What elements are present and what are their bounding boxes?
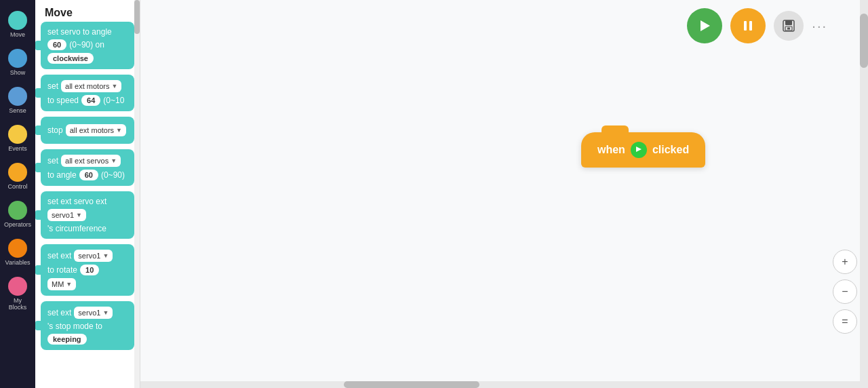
block-dropdown-servo1-rotate[interactable]: servo1 ▼ <box>74 250 113 262</box>
block-text-6a: set ext <box>47 251 71 260</box>
sidebar-item-move[interactable]: Move <box>1 7 34 42</box>
move-icon <box>8 11 27 30</box>
block-text-5a: set ext servo ext <box>47 197 106 206</box>
block-dropdown-servo1-circ[interactable]: servo1 ▼ <box>47 209 86 221</box>
block-text-2b: to speed <box>47 96 79 105</box>
events-icon <box>8 125 27 144</box>
block-text-1a: set servo to angle <box>47 27 112 37</box>
blocks-list: set servo to angle 60 (0~90) on clockwis… <box>35 22 140 388</box>
svg-rect-6 <box>787 28 790 30</box>
dropdown-label-servo1-rotate: servo1 <box>78 252 100 260</box>
dropdown-arrow-motors: ▼ <box>111 83 117 90</box>
sidebar-item-events[interactable]: Events <box>1 121 34 156</box>
blocks-panel-header: Move <box>35 0 140 22</box>
block-text-3a: stop <box>47 125 63 135</box>
block-text-2c: (0~10 <box>103 96 124 105</box>
svg-rect-4 <box>785 20 792 25</box>
sense-icon <box>8 87 27 106</box>
sidebar-item-sense-label: Sense <box>9 107 26 114</box>
block-set-ext-motors-speed[interactable]: set all ext motors ▼ to speed 64 (0~10 <box>41 75 134 111</box>
dropdown-label-servo1-circ: servo1 <box>52 211 74 219</box>
sidebar-item-show[interactable]: Show <box>1 45 34 80</box>
canvas-right-scrollbar[interactable] <box>860 0 868 388</box>
block-dropdown-mm[interactable]: MM ▼ <box>47 278 76 290</box>
block-text-7a: set ext <box>47 308 71 317</box>
block-text-7b: 's stop mode to <box>47 322 102 331</box>
top-toolbar: ··· <box>687 8 827 43</box>
canvas-scrollbar-thumb <box>860 14 868 68</box>
sidebar-item-operators[interactable]: Operators <box>1 197 34 232</box>
dropdown-arrow-servos: ▼ <box>111 157 117 164</box>
block-value-60-4: 60 <box>79 170 98 180</box>
canvas-bottom-scrollbar[interactable] <box>140 381 860 388</box>
block-text-4b: to angle <box>47 170 77 180</box>
blocks-panel: Move set servo to angle 60 (0~90) on clo… <box>35 0 140 388</box>
dropdown-label-motors: all ext motors <box>65 82 109 90</box>
sidebar-item-operators-label: Operators <box>4 221 31 228</box>
zoom-reset-button[interactable]: = <box>833 309 857 334</box>
block-set-ext-servo-stop-mode[interactable]: set ext servo1 ▼ 's stop mode to keeping <box>41 301 134 350</box>
run-button[interactable] <box>687 8 722 43</box>
clicked-text: clicked <box>652 144 689 156</box>
block-value-10: 10 <box>80 265 99 275</box>
myblocks-icon <box>8 277 27 296</box>
zoom-out-button[interactable]: − <box>833 279 857 304</box>
block-dropdown-all-ext-servos[interactable]: all ext servos ▼ <box>61 155 121 167</box>
sidebar-item-myblocks[interactable]: My Blocks <box>1 273 34 315</box>
svg-rect-1 <box>744 21 747 31</box>
block-text-4c: (0~90) <box>101 170 125 180</box>
dropdown-arrow-servo1-rotate: ▼ <box>102 252 108 259</box>
sidebar-item-sense[interactable]: Sense <box>1 83 34 118</box>
zoom-in-button[interactable]: + <box>833 250 857 274</box>
sidebar-item-control-label: Control <box>7 183 27 190</box>
show-icon <box>8 49 27 68</box>
save-button[interactable] <box>774 11 804 41</box>
block-value-keeping: keeping <box>47 334 87 345</box>
block-value-60-1: 60 <box>47 39 66 50</box>
sidebar-item-control[interactable]: Control <box>1 159 34 194</box>
dropdown-label-stop-motors: all ext motors <box>70 126 114 134</box>
sidebar-item-variables-label: Variables <box>5 259 31 266</box>
flag-icon <box>631 142 647 158</box>
block-stop-ext-motors[interactable]: stop all ext motors ▼ <box>41 117 134 144</box>
block-set-servo-angle[interactable]: set servo to angle 60 (0~90) on clockwis… <box>41 22 134 69</box>
block-text-5b: 's circumference <box>47 224 106 233</box>
block-set-ext-servo-circumference[interactable]: set ext servo ext servo1 ▼ 's circumfere… <box>41 191 134 239</box>
sidebar-item-variables[interactable]: Variables <box>1 235 34 270</box>
dropdown-arrow-servo1-circ: ▼ <box>76 212 82 218</box>
when-text: when <box>597 144 625 156</box>
when-clicked-block[interactable]: when clicked <box>581 132 705 168</box>
svg-rect-2 <box>749 21 752 31</box>
dropdown-label-servos: all ext servos <box>65 157 108 165</box>
block-value-64: 64 <box>81 95 100 106</box>
canvas-bottom-scrollbar-thumb <box>344 381 479 388</box>
pause-button[interactable] <box>730 8 766 43</box>
sidebar-item-move-label: Move <box>10 31 25 38</box>
variables-icon <box>8 239 27 258</box>
more-button[interactable]: ··· <box>812 18 827 34</box>
dropdown-label-servo1-stop: servo1 <box>78 309 100 317</box>
blocks-panel-title: Move <box>45 7 73 18</box>
block-text-2a: set <box>47 81 58 91</box>
dropdown-arrow-servo1-stop: ▼ <box>102 309 108 316</box>
sidebar-item-events-label: Events <box>8 145 27 152</box>
panel-scrollbar-thumb <box>134 0 140 34</box>
block-value-clockwise: clockwise <box>47 53 94 64</box>
block-text-4a: set <box>47 156 58 166</box>
block-dropdown-servo1-stop[interactable]: servo1 ▼ <box>74 307 113 319</box>
block-dropdown-stop-motors[interactable]: all ext motors ▼ <box>66 124 126 136</box>
dropdown-label-mm: MM <box>52 280 64 288</box>
control-icon <box>8 163 27 182</box>
block-set-ext-servos-angle[interactable]: set all ext servos ▼ to angle 60 (0~90) <box>41 149 134 186</box>
sidebar-item-myblocks-label: My Blocks <box>4 297 31 311</box>
svg-marker-0 <box>701 20 710 31</box>
dropdown-arrow-mm: ▼ <box>66 281 72 288</box>
panel-scrollbar[interactable] <box>134 0 140 388</box>
block-set-ext-servo-rotate[interactable]: set ext servo1 ▼ to rotate 10 MM ▼ <box>41 244 134 296</box>
operators-icon <box>8 201 27 220</box>
sidebar-item-show-label: Show <box>10 69 26 76</box>
zoom-controls: + − = <box>833 250 857 334</box>
svg-marker-7 <box>636 147 642 152</box>
block-dropdown-all-ext-motors[interactable]: all ext motors ▼ <box>61 80 121 92</box>
block-text-1b: (0~90) on <box>69 40 104 50</box>
